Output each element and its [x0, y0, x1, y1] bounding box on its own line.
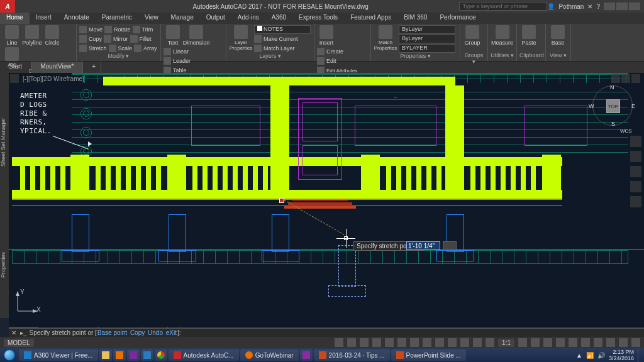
undo-icon[interactable]	[77, 2, 86, 11]
tab-insert[interactable]: Insert	[30, 13, 58, 24]
status-model[interactable]: MODEL	[4, 339, 34, 347]
circle-button[interactable]: Circle	[43, 25, 62, 46]
show-desktop-button[interactable]	[638, 348, 641, 362]
isodraft-icon[interactable]	[410, 338, 419, 347]
3dosnap-icon[interactable]	[435, 338, 444, 347]
task-snip[interactable]	[141, 349, 153, 361]
palette-sheetset[interactable]: Sheet Set Manager	[0, 73, 9, 211]
matchlayer-button[interactable]: Match Layer	[264, 45, 295, 52]
task-autocad[interactable]: Autodesk AutoC...	[169, 349, 239, 361]
task-doc[interactable]: 2016-03-24 · Tips ...	[314, 349, 390, 361]
status-scale[interactable]: 1:1	[498, 339, 514, 347]
panel-properties-label[interactable]: Properties ▾	[374, 53, 457, 60]
polyline-button[interactable]: Polyline	[23, 25, 42, 46]
cmdopt-undo[interactable]: Undo	[147, 329, 164, 336]
task-onenote[interactable]	[127, 349, 140, 361]
cmdopt-basepoint[interactable]: Base point	[97, 329, 128, 336]
tab-featured[interactable]: Featured Apps	[344, 13, 397, 24]
tab-annotate[interactable]: Annotate	[58, 13, 96, 24]
copy-button[interactable]: Copy	[89, 36, 102, 42]
tray-volume-icon[interactable]: 🔊	[597, 352, 605, 359]
selectioncycling-icon[interactable]	[486, 338, 494, 347]
hwaccel-icon[interactable]	[606, 338, 615, 347]
stretch-button[interactable]: Stretch	[89, 45, 107, 52]
wheel-icon[interactable]	[630, 136, 641, 147]
quickprops-icon[interactable]	[569, 338, 577, 347]
open-icon[interactable]	[31, 2, 40, 11]
redo-icon[interactable]	[88, 2, 97, 11]
lineweight-dropdown[interactable]: ByLayer	[399, 35, 455, 43]
trim-button[interactable]: Trim	[142, 26, 153, 33]
line-button[interactable]: Line	[3, 25, 21, 46]
tab-output[interactable]: Output	[200, 13, 231, 24]
tab-parametric[interactable]: Parametric	[96, 13, 138, 24]
zoom-icon[interactable]	[630, 166, 641, 177]
text-button[interactable]: Text	[164, 25, 182, 46]
workspace-icon[interactable]	[531, 338, 540, 347]
transparency-icon[interactable]	[473, 338, 482, 347]
panel-view-label[interactable]: View ▾	[548, 52, 568, 60]
help-icon[interactable]: ?	[596, 3, 600, 10]
vp-max-icon[interactable]	[621, 74, 630, 83]
measure-button[interactable]: Measure	[491, 25, 514, 46]
units-icon[interactable]	[556, 338, 565, 347]
otrack-icon[interactable]	[448, 338, 457, 347]
tab-manage[interactable]: Manage	[165, 13, 200, 24]
vp-min-icon[interactable]	[611, 74, 620, 83]
annomonitor-icon[interactable]	[543, 338, 552, 347]
tab-bim360[interactable]: BIM 360	[397, 13, 433, 24]
panel-layers-label[interactable]: Layers ▾	[229, 53, 311, 60]
makecurrent-button[interactable]: Make Current	[264, 36, 298, 42]
exchange-icon[interactable]: ✕	[587, 3, 592, 10]
insert-button[interactable]: Insert	[317, 25, 336, 46]
tab-performance[interactable]: Performance	[433, 13, 482, 24]
system-clock[interactable]: 2:13 PM 3/24/2016	[609, 349, 634, 361]
dynamic-input-icon[interactable]	[372, 338, 381, 347]
task-chrome[interactable]	[155, 349, 167, 361]
minimize-button[interactable]	[604, 3, 615, 10]
create-button[interactable]: Create	[326, 48, 343, 55]
save-icon[interactable]	[43, 2, 52, 11]
task-explorer[interactable]	[99, 349, 112, 361]
array-button[interactable]: Array	[143, 45, 157, 52]
cleanscreen-icon[interactable]	[619, 338, 628, 347]
signin-icon[interactable]: 👤	[547, 3, 555, 10]
panel-clipboard-label[interactable]: Clipboard	[519, 52, 543, 60]
task-mail[interactable]	[113, 349, 126, 361]
color-dropdown[interactable]: ByLayer	[399, 25, 455, 34]
tab-view[interactable]: View	[138, 13, 165, 24]
user-name[interactable]: Pothman	[558, 3, 584, 10]
group-button[interactable]: Group	[463, 25, 482, 46]
mirror-button[interactable]: Mirror	[113, 36, 128, 42]
close-button[interactable]	[629, 3, 640, 10]
linetype-dropdown[interactable]: BYLAYER	[399, 44, 455, 53]
start-button[interactable]	[0, 348, 19, 362]
fillet-button[interactable]: Fillet	[140, 36, 152, 42]
tab-express[interactable]: Express Tools	[292, 13, 344, 24]
paste-button[interactable]: Paste	[519, 25, 538, 46]
lockui-icon[interactable]	[581, 338, 590, 347]
cmdopt-copy[interactable]: Copy	[130, 329, 145, 336]
ucs-icon[interactable]: Y X	[14, 290, 39, 315]
dynamic-lock-icon[interactable]	[443, 241, 457, 250]
doc-tab-start[interactable]: Start	[0, 62, 31, 73]
annoscale-icon[interactable]	[518, 338, 527, 347]
plot-icon[interactable]	[65, 2, 74, 11]
move-button[interactable]: Move	[89, 26, 103, 33]
panel-groups-label[interactable]: Groups ▾	[463, 52, 485, 60]
showmotion-icon[interactable]	[630, 196, 641, 207]
layer-properties-button[interactable]: Layer Properties	[229, 25, 253, 51]
edit-button[interactable]: Edit	[326, 58, 336, 64]
tab-a360[interactable]: A360	[265, 13, 292, 24]
doc-tab-mountview[interactable]: MountView*	[31, 62, 83, 73]
ortho-icon[interactable]	[385, 338, 394, 347]
pan-icon[interactable]	[630, 151, 641, 162]
osnap-icon[interactable]	[423, 338, 431, 347]
grid-icon[interactable]	[335, 338, 343, 347]
tab-addins[interactable]: Add-ins	[231, 13, 265, 24]
panel-modify-label[interactable]: Modify ▾	[79, 53, 158, 60]
doc-tab-new[interactable]: +	[83, 62, 101, 73]
dynamic-input[interactable]	[406, 241, 440, 250]
command-line[interactable]: ✕ ▸_ Specify stretch point or [ Base poi…	[9, 328, 644, 337]
base-button[interactable]: Base	[548, 25, 567, 46]
